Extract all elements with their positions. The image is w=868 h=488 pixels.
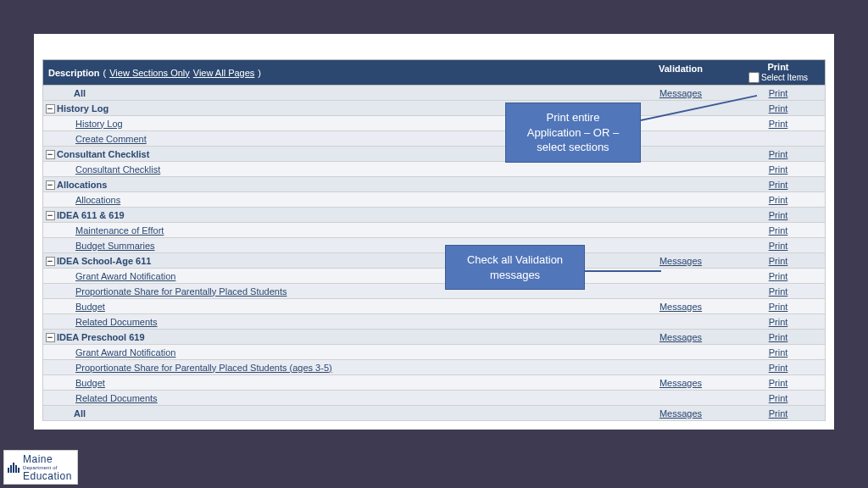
app-panel: Description ( View Sections Only View Al… bbox=[34, 34, 834, 430]
table-row: AllMessagesPrint bbox=[42, 406, 826, 421]
table-row: −IDEA Preschool 619MessagesPrint bbox=[42, 330, 826, 345]
section-link[interactable]: Create Comment bbox=[75, 134, 147, 144]
header-print: Print bbox=[737, 62, 820, 72]
table-row: Create Comment bbox=[42, 131, 826, 147]
view-sections-only-link[interactable]: View Sections Only bbox=[109, 68, 190, 78]
messages-link[interactable]: Messages bbox=[659, 408, 702, 419]
table-row: AllMessagesPrint bbox=[42, 86, 826, 101]
section-label: IDEA 611 & 619 bbox=[57, 210, 125, 220]
view-all-pages-link[interactable]: View All Pages bbox=[193, 68, 255, 78]
section-link[interactable]: Grant Award Notification bbox=[75, 347, 175, 358]
header-validation: Validation bbox=[630, 60, 732, 85]
section-link[interactable]: Maintenance of Effort bbox=[75, 225, 164, 236]
print-link[interactable]: Print bbox=[769, 363, 788, 373]
section-label: History Log bbox=[57, 103, 108, 114]
print-link[interactable]: Print bbox=[769, 271, 788, 281]
collapse-toggle-icon[interactable]: − bbox=[46, 333, 55, 342]
table-row: BudgetMessagesPrint bbox=[42, 375, 826, 391]
callout-validation: Check all Validation messages bbox=[445, 245, 585, 290]
table-row: −Consultant ChecklistPrint bbox=[42, 147, 826, 162]
section-link[interactable]: Budget Summaries bbox=[75, 241, 155, 251]
section-link[interactable]: Budget bbox=[75, 302, 105, 312]
section-link[interactable]: History Log bbox=[75, 119, 123, 129]
print-link[interactable]: Print bbox=[769, 241, 788, 251]
table-row: −IDEA 611 & 619Print bbox=[42, 208, 826, 223]
section-link[interactable]: Proportionate Share for Parentally Place… bbox=[75, 286, 287, 297]
section-link[interactable]: Budget bbox=[75, 378, 105, 388]
section-link[interactable]: Proportionate Share for Parentally Place… bbox=[75, 363, 332, 373]
collapse-toggle-icon[interactable]: − bbox=[46, 104, 55, 114]
print-link[interactable]: Print bbox=[769, 378, 788, 388]
table-row: AllocationsPrint bbox=[42, 192, 826, 208]
section-link[interactable]: Allocations bbox=[75, 195, 120, 205]
collapse-toggle-icon[interactable]: − bbox=[46, 180, 55, 190]
table-row: −History LogPrint bbox=[42, 101, 826, 116]
print-link[interactable]: Print bbox=[769, 149, 788, 159]
messages-link[interactable]: Messages bbox=[659, 256, 702, 266]
print-link[interactable]: Print bbox=[769, 225, 788, 236]
messages-link[interactable]: Messages bbox=[659, 332, 702, 342]
header-description: Description bbox=[48, 68, 100, 78]
select-items-checkbox[interactable] bbox=[748, 72, 760, 83]
print-link[interactable]: Print bbox=[769, 103, 788, 114]
table-row: −AllocationsPrint bbox=[42, 177, 826, 192]
print-link[interactable]: Print bbox=[769, 302, 788, 312]
print-link[interactable]: Print bbox=[769, 408, 788, 419]
section-link[interactable]: Related Documents bbox=[75, 393, 158, 403]
table-header: Description ( View Sections Only View Al… bbox=[42, 59, 826, 86]
table-row: Consultant ChecklistPrint bbox=[42, 162, 826, 177]
table-row: Proportionate Share for Parentally Place… bbox=[42, 360, 826, 375]
messages-link[interactable]: Messages bbox=[659, 378, 702, 388]
print-link[interactable]: Print bbox=[769, 332, 788, 342]
table-row: −IDEA School-Age 611MessagesPrint bbox=[42, 253, 826, 269]
table-row: Grant Award NotificationPrint bbox=[42, 269, 826, 284]
table-row: Budget SummariesPrint bbox=[42, 238, 826, 253]
collapse-toggle-icon[interactable]: − bbox=[46, 150, 55, 159]
section-label: Allocations bbox=[57, 180, 107, 190]
callout-print: Print entire Application – OR – select s… bbox=[505, 103, 641, 163]
section-link[interactable]: Related Documents bbox=[75, 317, 158, 327]
print-link[interactable]: Print bbox=[769, 119, 788, 129]
section-link[interactable]: Grant Award Notification bbox=[75, 271, 175, 281]
print-link[interactable]: Print bbox=[769, 210, 788, 220]
section-label: All bbox=[74, 88, 86, 98]
maine-doe-logo: Maine Department of Education bbox=[3, 450, 78, 485]
table-row: Proportionate Share for Parentally Place… bbox=[42, 284, 826, 299]
section-label: IDEA School-Age 611 bbox=[57, 256, 151, 266]
callout-validation-connector bbox=[585, 270, 661, 272]
messages-link[interactable]: Messages bbox=[659, 302, 702, 312]
print-link[interactable]: Print bbox=[769, 347, 788, 358]
table-row: History LogPrint bbox=[42, 116, 826, 131]
collapse-toggle-icon[interactable]: − bbox=[46, 211, 55, 220]
print-link[interactable]: Print bbox=[769, 256, 788, 266]
print-link[interactable]: Print bbox=[769, 88, 788, 98]
section-link[interactable]: Consultant Checklist bbox=[75, 164, 160, 175]
collapse-toggle-icon[interactable]: − bbox=[46, 257, 55, 266]
table-row: Grant Award NotificationPrint bbox=[42, 345, 826, 360]
section-label: IDEA Preschool 619 bbox=[57, 332, 145, 342]
rows-container: AllMessagesPrint−History LogPrintHistory… bbox=[42, 86, 826, 421]
print-link[interactable]: Print bbox=[769, 164, 788, 175]
logo-bars-icon bbox=[8, 463, 19, 473]
print-link[interactable]: Print bbox=[769, 195, 788, 205]
table-row: Related DocumentsPrint bbox=[42, 391, 826, 406]
section-label: Consultant Checklist bbox=[57, 149, 149, 159]
print-link[interactable]: Print bbox=[769, 317, 788, 327]
table-row: BudgetMessagesPrint bbox=[42, 299, 826, 314]
print-link[interactable]: Print bbox=[769, 286, 788, 297]
select-items-label: Select Items bbox=[761, 73, 808, 82]
print-link[interactable]: Print bbox=[769, 393, 788, 403]
table-row: Related DocumentsPrint bbox=[42, 314, 826, 330]
table-row: Maintenance of EffortPrint bbox=[42, 223, 826, 238]
messages-link[interactable]: Messages bbox=[659, 88, 702, 98]
print-link[interactable]: Print bbox=[769, 180, 788, 190]
section-label: All bbox=[74, 408, 86, 419]
